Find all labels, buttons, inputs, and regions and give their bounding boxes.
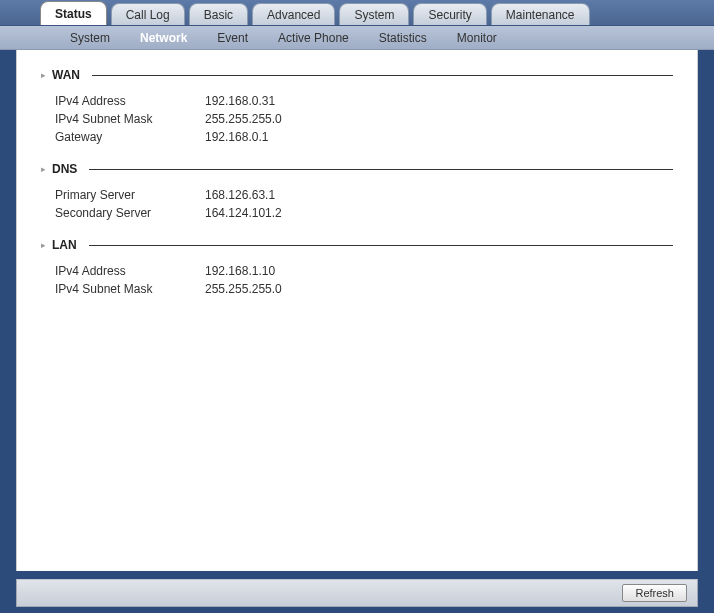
table-row: IPv4 Subnet Mask 255.255.255.0 — [41, 110, 673, 128]
section-title: DNS — [52, 162, 77, 176]
field-value: 192.168.0.1 — [205, 130, 673, 144]
subtab-active-phone[interactable]: Active Phone — [263, 31, 364, 45]
field-label: IPv4 Address — [55, 264, 205, 278]
subtab-system[interactable]: System — [55, 31, 125, 45]
subtab-statistics[interactable]: Statistics — [364, 31, 442, 45]
section-header-wan: ▸ WAN — [41, 68, 673, 82]
sub-tab-bar: System Network Event Active Phone Statis… — [0, 26, 714, 50]
section-dns: ▸ DNS Primary Server 168.126.63.1 Second… — [41, 162, 673, 222]
primary-tab-bar: Status Call Log Basic Advanced System Se… — [0, 0, 714, 26]
subtab-network[interactable]: Network — [125, 31, 202, 45]
table-row: IPv4 Subnet Mask 255.255.255.0 — [41, 280, 673, 298]
subtab-event[interactable]: Event — [202, 31, 263, 45]
field-label: IPv4 Subnet Mask — [55, 282, 205, 296]
refresh-button[interactable]: Refresh — [622, 584, 687, 602]
field-label: Primary Server — [55, 188, 205, 202]
field-label: IPv4 Address — [55, 94, 205, 108]
section-rule — [92, 75, 673, 76]
table-row: IPv4 Address 192.168.1.10 — [41, 262, 673, 280]
field-label: Secondary Server — [55, 206, 205, 220]
subtab-monitor[interactable]: Monitor — [442, 31, 512, 45]
section-rule — [89, 245, 673, 246]
section-title: LAN — [52, 238, 77, 252]
field-value: 255.255.255.0 — [205, 112, 673, 126]
field-value: 255.255.255.0 — [205, 282, 673, 296]
field-value: 168.126.63.1 — [205, 188, 673, 202]
tab-security[interactable]: Security — [413, 3, 486, 25]
section-lan: ▸ LAN IPv4 Address 192.168.1.10 IPv4 Sub… — [41, 238, 673, 298]
section-rule — [89, 169, 673, 170]
field-label: IPv4 Subnet Mask — [55, 112, 205, 126]
table-row: Secondary Server 164.124.101.2 — [41, 204, 673, 222]
field-value: 192.168.0.31 — [205, 94, 673, 108]
section-header-lan: ▸ LAN — [41, 238, 673, 252]
expand-arrow-icon: ▸ — [41, 240, 46, 250]
footer-bar: Refresh — [16, 579, 698, 607]
content-area: ▸ WAN IPv4 Address 192.168.0.31 IPv4 Sub… — [16, 50, 698, 571]
section-wan: ▸ WAN IPv4 Address 192.168.0.31 IPv4 Sub… — [41, 68, 673, 146]
tab-maintenance[interactable]: Maintenance — [491, 3, 590, 25]
tab-system[interactable]: System — [339, 3, 409, 25]
app-frame: Status Call Log Basic Advanced System Se… — [0, 0, 714, 613]
field-value: 164.124.101.2 — [205, 206, 673, 220]
expand-arrow-icon: ▸ — [41, 70, 46, 80]
field-label: Gateway — [55, 130, 205, 144]
section-title: WAN — [52, 68, 80, 82]
expand-arrow-icon: ▸ — [41, 164, 46, 174]
table-row: Gateway 192.168.0.1 — [41, 128, 673, 146]
tab-status[interactable]: Status — [40, 1, 107, 25]
section-header-dns: ▸ DNS — [41, 162, 673, 176]
tab-advanced[interactable]: Advanced — [252, 3, 335, 25]
tab-call-log[interactable]: Call Log — [111, 3, 185, 25]
table-row: Primary Server 168.126.63.1 — [41, 186, 673, 204]
table-row: IPv4 Address 192.168.0.31 — [41, 92, 673, 110]
field-value: 192.168.1.10 — [205, 264, 673, 278]
tab-basic[interactable]: Basic — [189, 3, 248, 25]
